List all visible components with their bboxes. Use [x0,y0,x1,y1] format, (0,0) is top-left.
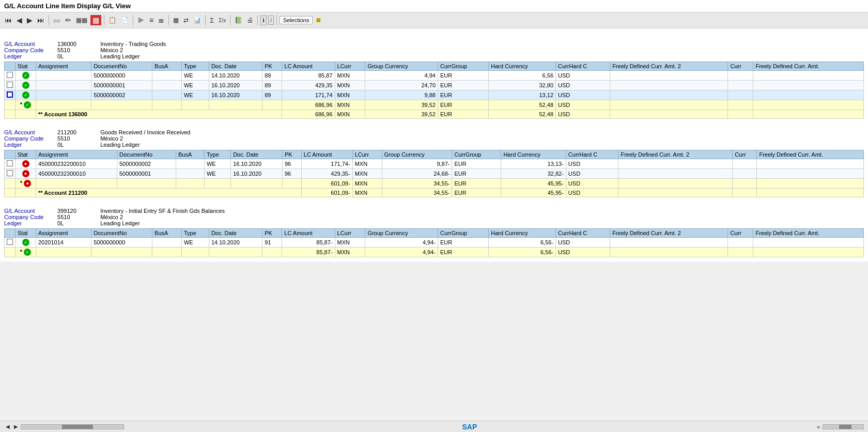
col-docno: DocumentNo [91,229,152,238]
acctotal-stat [16,189,36,197]
sum-btn[interactable]: Σ [208,16,215,25]
sep2 [104,15,104,25]
col-assignment: Assignment [36,62,91,71]
fdc2-cell [618,159,733,169]
table-row: ✓ 20201014 5000000000 WE 14.10.2020 91 8… [5,238,864,248]
section2-cc-row: Company Code 5510 México 2 [4,135,864,142]
checkbox[interactable] [7,82,13,88]
section3-gl-desc: Inventory - Initial Entry SF & Finish Gd… [100,208,225,214]
subtotal-star-stat: * ● [16,179,36,189]
section1-header-row: Stat Assignment DocumentNo BusA Type Doc… [5,62,864,71]
section3-ledger-row: Ledger 0L Leading Ledger [4,220,864,226]
section1-ledger-row: Ledger 0L Leading Ledger [4,53,864,59]
checkbox-cell[interactable] [5,159,16,169]
section3-ledger-code: 0L [57,220,99,226]
col-docno: DocumentNo [117,150,176,159]
col-fdc2: Freely Defined Curr. Amt. 2 [610,62,728,71]
curr-cell [728,90,753,100]
section2-table: Stat Assignment DocumentNo BusA Type Doc… [4,150,864,197]
layout-btn[interactable]: ▩ [90,15,101,25]
docno-cell[interactable]: 5000000000 [91,71,152,81]
export-btn[interactable]: 📊 [192,16,203,25]
subtotal-btn[interactable]: Σ/x [217,17,227,24]
section2-ledger-desc: Leading Ledger [100,142,140,148]
pivot-btn[interactable]: ⇄ [182,16,190,25]
last-btn[interactable]: ⏭ [36,15,46,25]
section1-cc-row: Company Code 5510 México 2 [4,47,864,53]
export2-btn[interactable]: 📗 [233,16,244,25]
docno-cell[interactable]: 5000000002 [91,90,152,100]
edit-btn[interactable]: ✏ [64,15,73,25]
section3-header: G/L Account 399120 Inventory - Initial E… [4,208,864,226]
col-fdc2: Freely Defined Curr. Amt. 2 [618,150,733,159]
type-cell: WE [181,238,209,248]
checkbox[interactable] [7,239,13,245]
info2-btn[interactable]: i [268,16,273,25]
section3-ledger-desc: Leading Ledger [100,220,140,226]
next-btn[interactable]: ▶ [25,15,34,25]
section3-cc-label: Company Code [4,214,56,220]
paste-btn[interactable]: 📄 [119,16,130,25]
col-pk: PK [262,62,282,71]
table-btn[interactable]: ▦▦ [74,16,89,25]
print-btn[interactable]: 🖨 [245,16,255,25]
docno-cell[interactable]: 5000000000 [91,238,152,248]
section1-header: G/L Account 136000 Inventory - Trading G… [4,41,864,59]
checkbox-cell[interactable] [5,169,16,179]
docdate-cell: 16.10.2020 [231,159,283,169]
prev-btn[interactable]: ◀ [15,15,24,25]
docno-cell[interactable]: 5000000001 [91,81,152,90]
assignment-cell: 450000232300010 [36,169,117,179]
lcurr-cell: MXN [335,71,365,81]
checkbox[interactable] [7,91,13,98]
acctotal-groupcurr: 34,55- [382,189,452,197]
subtotal-star-stat: * ✓ [16,100,36,110]
checkbox[interactable] [7,170,13,176]
subtotal-check [5,100,16,110]
subtotal-star: * [20,180,22,186]
sort-asc-btn[interactable]: ≡ [148,15,155,25]
checkbox-cell[interactable] [5,90,16,100]
filter-btn[interactable]: ⫸ [136,15,146,25]
subtotal-star-stat: * ✓ [16,248,36,257]
acctotal-hardcurr: 52,48 [489,110,556,119]
col-stat: Stat [16,62,36,71]
checkbox[interactable] [7,160,13,166]
first-btn[interactable]: ⏮ [3,15,13,25]
acctotal-groupcurr: 39,52 [365,110,438,119]
subtotal-star: * [20,249,22,255]
subtotal-busa [152,248,182,257]
acctotal-lcamount: 601,09- [301,189,352,197]
checkbox-cell[interactable] [5,81,16,90]
color-btn[interactable]: ■ [314,14,322,26]
grid-btn[interactable]: ▦ [172,16,180,25]
selections-btn[interactable]: Selections [280,16,313,24]
info-btn[interactable]: ℹ [260,16,267,25]
col-fdc: Freely Defined Curr. Amt. [753,62,864,71]
subtotal-hardcurr: 52,48 [489,100,556,110]
checkbox-cell[interactable] [5,238,16,248]
checkbox-cell[interactable] [5,71,16,81]
groupcurr-cell: 9,87- [382,159,452,169]
currgroup-cell: EUR [452,159,501,169]
subtotal-currhard: USD [556,248,610,257]
main-content: G/L Account 136000 Inventory - Trading G… [0,28,868,277]
lcurr-cell: MXN [352,159,382,169]
col-currhard: CurrHard C [556,62,610,71]
docno-cell[interactable]: 5000000001 [117,169,176,179]
acctotal-fdc [753,110,864,119]
subtotal-green-icon: ✓ [24,101,31,109]
sort-desc-btn[interactable]: ≣ [157,15,166,25]
green-check-icon: ✓ [22,82,29,89]
copy-btn[interactable]: 📋 [107,16,118,25]
curr-cell [728,81,753,90]
acctotal-fdc2 [610,110,728,119]
col-lcamount: LC Amount [282,62,335,71]
stat-cell: ✓ [16,81,36,90]
red-circle-icon: ● [22,160,29,167]
docno-cell[interactable]: 5000000002 [117,159,176,169]
section2-cc-code: 5510 [57,135,99,142]
pk-cell: 91 [262,238,282,248]
find-btn[interactable]: ⌕⌕ [52,16,62,25]
checkbox[interactable] [7,72,13,78]
